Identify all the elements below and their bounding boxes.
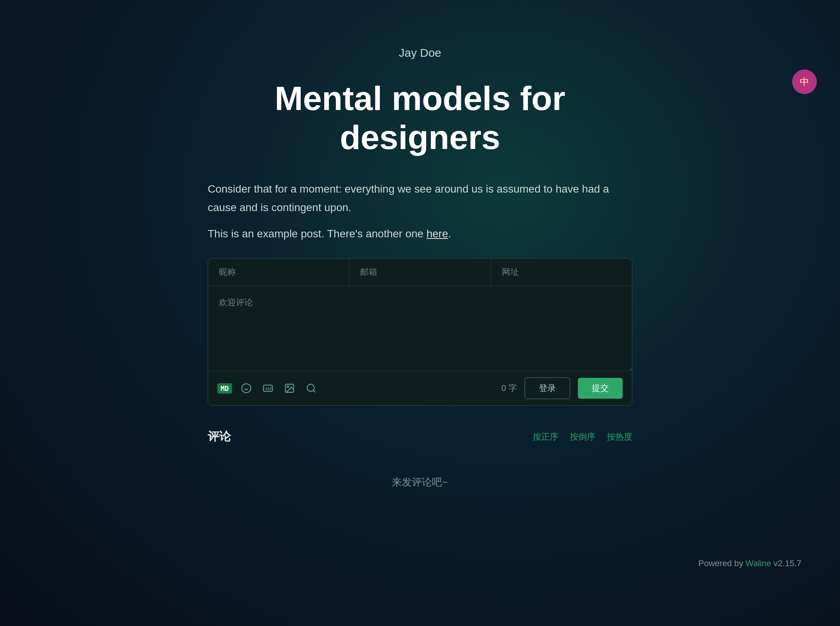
footer: Powered by Waline v2.15.7	[0, 551, 840, 584]
svg-text:GIF: GIF	[265, 387, 272, 391]
powered-by-text: Powered by	[698, 558, 745, 568]
comment-toolbar: MD GIF	[208, 371, 632, 405]
nickname-input[interactable]	[208, 259, 349, 286]
version-text: v2.15.7	[771, 558, 801, 568]
gif-icon[interactable]: GIF	[261, 383, 275, 394]
post-title: Mental models for designers	[208, 79, 632, 157]
empty-comments-message: 来发评论吧~	[208, 460, 632, 520]
waline-link[interactable]: Waline	[745, 558, 771, 568]
toolbar-left: MD GIF	[217, 383, 318, 394]
post-link-paragraph: This is an example post. There's another…	[208, 225, 632, 243]
svg-point-7	[307, 384, 315, 392]
markdown-label: MD	[217, 383, 232, 394]
markdown-icon[interactable]: MD	[217, 383, 232, 394]
comments-section: 评论 按正序 按倒序 按热度 来发评论吧~	[208, 429, 632, 520]
website-input[interactable]	[491, 259, 632, 286]
svg-line-8	[313, 391, 315, 393]
sort-hot[interactable]: 按热度	[607, 431, 632, 443]
post-link-suffix: .	[448, 228, 451, 240]
post-body: Consider that for a moment: everything w…	[208, 180, 632, 243]
svg-point-0	[242, 384, 251, 393]
image-icon[interactable]	[282, 383, 297, 394]
preview-icon[interactable]	[304, 383, 318, 394]
emoji-icon[interactable]	[239, 383, 254, 394]
comment-inputs-row	[208, 259, 632, 286]
email-input[interactable]	[349, 259, 490, 286]
comments-title: 评论	[208, 429, 231, 445]
comments-header: 评论 按正序 按倒序 按热度	[208, 429, 632, 445]
float-language-button[interactable]: 中	[792, 69, 817, 94]
post-paragraph: Consider that for a moment: everything w…	[208, 180, 632, 217]
post-link[interactable]: here	[427, 228, 448, 240]
toolbar-right: 0 字 登录 提交	[501, 377, 623, 399]
sort-desc[interactable]: 按倒序	[570, 431, 595, 443]
login-button[interactable]: 登录	[525, 377, 570, 399]
float-button-label: 中	[800, 76, 809, 88]
submit-button[interactable]: 提交	[578, 378, 623, 399]
svg-point-6	[287, 386, 289, 387]
post-link-prefix: This is an example post. There's another…	[208, 228, 427, 240]
char-count: 0 字	[501, 382, 517, 394]
comment-form: MD GIF	[208, 258, 632, 406]
sort-options: 按正序 按倒序 按热度	[533, 431, 632, 443]
sort-asc[interactable]: 按正序	[533, 431, 558, 443]
author-name: Jay Doe	[208, 46, 632, 59]
comment-textarea[interactable]	[208, 286, 632, 371]
